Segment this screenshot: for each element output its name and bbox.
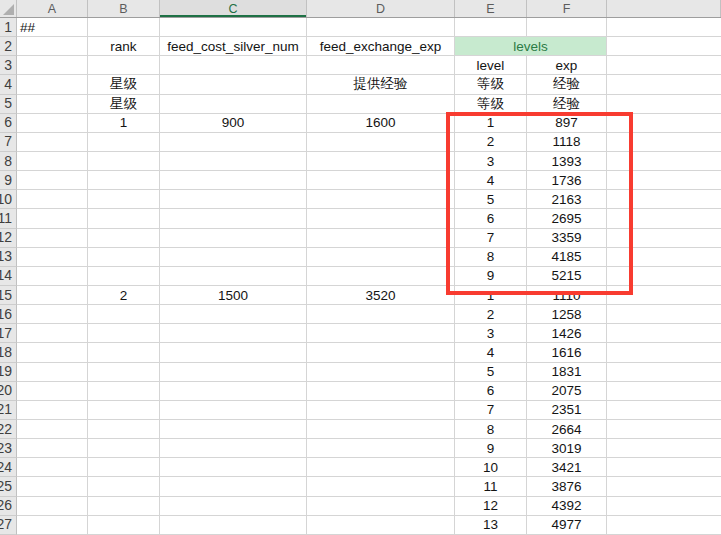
row-header-26[interactable]: 26 (0, 497, 17, 516)
cell-F12[interactable]: 3359 (527, 229, 607, 248)
cell-B5[interactable]: 星级 (88, 95, 160, 114)
row-header-22[interactable]: 22 (0, 420, 17, 439)
cell-E7[interactable]: 2 (455, 133, 527, 152)
cell-C18[interactable] (160, 343, 307, 362)
cell-E3[interactable]: level (455, 56, 527, 75)
cell-B11[interactable] (88, 209, 160, 228)
column-header-a[interactable]: A (17, 0, 88, 17)
cell-A26[interactable] (17, 497, 88, 516)
cell-E12[interactable]: 7 (455, 229, 527, 248)
cell-B26[interactable] (88, 497, 160, 516)
cell-E21[interactable]: 7 (455, 401, 527, 420)
cell-A15[interactable] (17, 286, 88, 305)
cell-G23[interactable] (607, 439, 721, 458)
cell-C14[interactable] (160, 267, 307, 286)
cell-E23[interactable]: 9 (455, 439, 527, 458)
column-header-f[interactable]: F (527, 0, 607, 17)
row-header-27[interactable]: 27 (0, 516, 17, 535)
cell-B21[interactable] (88, 401, 160, 420)
cell-C10[interactable] (160, 190, 307, 209)
cell-F4[interactable]: 经验 (527, 75, 607, 94)
select-all-corner[interactable] (0, 0, 17, 17)
cell-D27[interactable] (307, 516, 455, 535)
cell-A8[interactable] (17, 152, 88, 171)
cell-F3[interactable]: exp (527, 56, 607, 75)
cell-E11[interactable]: 6 (455, 209, 527, 228)
cell-C27[interactable] (160, 516, 307, 535)
cell-E5[interactable]: 等级 (455, 95, 527, 114)
row-header-15[interactable]: 15 (0, 286, 17, 305)
cell-B3[interactable] (88, 56, 160, 75)
cell-C8[interactable] (160, 152, 307, 171)
cell-D11[interactable] (307, 209, 455, 228)
row-header-5[interactable]: 5 (0, 95, 17, 114)
cell-F18[interactable]: 1616 (527, 343, 607, 362)
cell-A12[interactable] (17, 229, 88, 248)
row-header-17[interactable]: 17 (0, 324, 17, 343)
row-header-6[interactable]: 6 (0, 114, 17, 133)
cell-A18[interactable] (17, 343, 88, 362)
cell-D8[interactable] (307, 152, 455, 171)
row-header-21[interactable]: 21 (0, 401, 17, 420)
row-header-8[interactable]: 8 (0, 152, 17, 171)
cell-G9[interactable] (607, 171, 721, 190)
cell-B12[interactable] (88, 229, 160, 248)
cell-C2[interactable]: feed_cost_silver_num (160, 37, 307, 56)
cell-A24[interactable] (17, 458, 88, 477)
cell-D5[interactable] (307, 95, 455, 114)
cell-D23[interactable] (307, 439, 455, 458)
cell-F10[interactable]: 2163 (527, 190, 607, 209)
cell-F21[interactable]: 2351 (527, 401, 607, 420)
row-header-23[interactable]: 23 (0, 439, 17, 458)
row-header-24[interactable]: 24 (0, 458, 17, 477)
cell-B18[interactable] (88, 343, 160, 362)
cell-D24[interactable] (307, 458, 455, 477)
cell-A14[interactable] (17, 267, 88, 286)
cell-B13[interactable] (88, 248, 160, 267)
cell-B24[interactable] (88, 458, 160, 477)
cell-A17[interactable] (17, 324, 88, 343)
cell-B9[interactable] (88, 171, 160, 190)
cell-G19[interactable] (607, 363, 721, 382)
cell-A23[interactable] (17, 439, 88, 458)
cell-G4[interactable] (607, 75, 721, 94)
cell-E17[interactable]: 3 (455, 324, 527, 343)
cell-A19[interactable] (17, 363, 88, 382)
row-header-7[interactable]: 7 (0, 133, 17, 152)
row-header-25[interactable]: 25 (0, 477, 17, 496)
row-header-10[interactable]: 10 (0, 190, 17, 209)
cell-D15[interactable]: 3520 (307, 286, 455, 305)
column-header-b[interactable]: B (88, 0, 160, 17)
cell-A22[interactable] (17, 420, 88, 439)
cell-F25[interactable]: 3876 (527, 477, 607, 496)
cell-D13[interactable] (307, 248, 455, 267)
cell-E16[interactable]: 2 (455, 305, 527, 324)
cell-D12[interactable] (307, 229, 455, 248)
cell-D6[interactable]: 1600 (307, 114, 455, 133)
cell-C9[interactable] (160, 171, 307, 190)
row-header-2[interactable]: 2 (0, 37, 17, 56)
cell-F5[interactable]: 经验 (527, 95, 607, 114)
cell-D4[interactable]: 提供经验 (307, 75, 455, 94)
cell-A27[interactable] (17, 516, 88, 535)
cell-E1[interactable] (455, 18, 527, 37)
cell-B25[interactable] (88, 477, 160, 496)
row-header-13[interactable]: 13 (0, 248, 17, 267)
cell-D1[interactable] (307, 18, 455, 37)
cell-E24[interactable]: 10 (455, 458, 527, 477)
cell-F11[interactable]: 2695 (527, 209, 607, 228)
cell-G27[interactable] (607, 516, 721, 535)
column-header-c[interactable]: C (160, 0, 307, 17)
cell-C20[interactable] (160, 382, 307, 401)
cell-D14[interactable] (307, 267, 455, 286)
cell-E18[interactable]: 4 (455, 343, 527, 362)
cell-B20[interactable] (88, 382, 160, 401)
cell-G24[interactable] (607, 458, 721, 477)
cell-B19[interactable] (88, 363, 160, 382)
cell-E4[interactable]: 等级 (455, 75, 527, 94)
row-header-18[interactable]: 18 (0, 343, 17, 362)
cell-A13[interactable] (17, 248, 88, 267)
cell-G15[interactable] (607, 286, 721, 305)
cell-G2[interactable] (607, 37, 721, 56)
cell-C21[interactable] (160, 401, 307, 420)
